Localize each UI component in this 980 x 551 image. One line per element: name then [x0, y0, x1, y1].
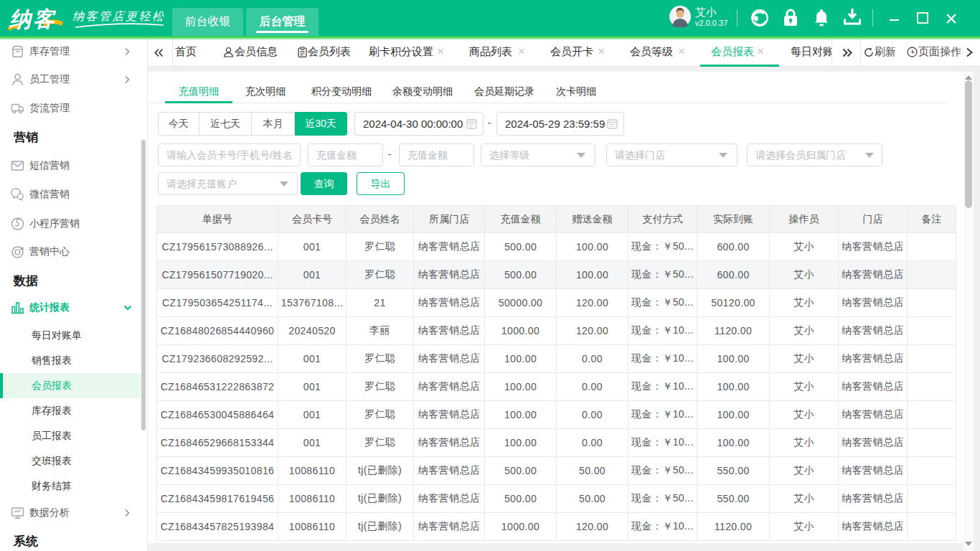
- svg-text:纳客: 纳客: [9, 7, 57, 31]
- svg-text:纳客管店更轻松: 纳客管店更轻松: [72, 10, 166, 22]
